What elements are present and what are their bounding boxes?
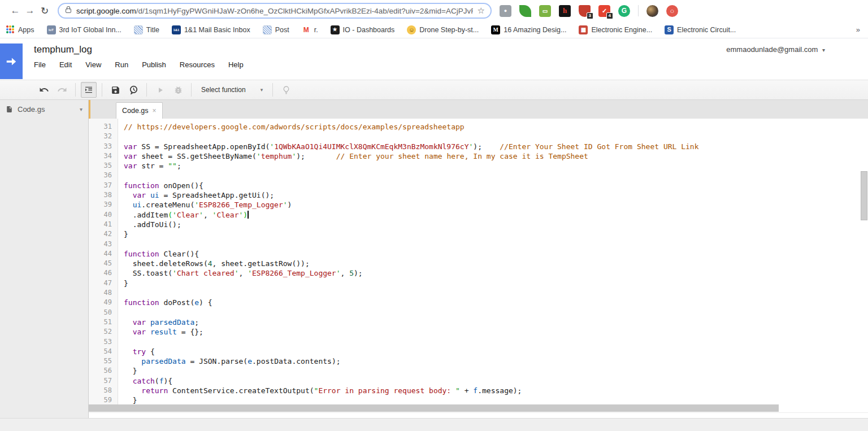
- bookmark-item[interactable]: Mr.: [302, 25, 318, 34]
- code-line: SS.toast('Chart cleared', 'ESP8266_Temp_…: [124, 268, 868, 278]
- run-button[interactable]: [152, 82, 168, 98]
- vertical-scrollbar[interactable]: [861, 171, 867, 220]
- bookmark-label: Electronic Engine...: [591, 26, 652, 34]
- select-function-dropdown[interactable]: Select function ▾: [201, 86, 263, 94]
- reload-icon[interactable]: ↻: [37, 5, 52, 17]
- line-number: 40: [89, 210, 112, 220]
- bookmark-item[interactable]: ▦Electronic Engine...: [579, 25, 652, 34]
- bookmark-item[interactable]: SElectronic Circuit...: [665, 25, 736, 34]
- menu-view[interactable]: View: [85, 60, 101, 69]
- code-line: .addItem('Clear', 'Clear'): [124, 210, 868, 220]
- menu-publish[interactable]: Publish: [142, 60, 166, 69]
- bookmarks-bar: AppsIoT3rd IoT Global Inn...Title1&11&1 …: [0, 21, 868, 38]
- bookmark-label: Apps: [18, 26, 34, 34]
- account-dropdown-icon: ▾: [822, 47, 825, 53]
- bookmark-star-icon[interactable]: ☆: [478, 6, 485, 16]
- screenshot-extension-icon[interactable]: ●: [500, 5, 511, 17]
- select-function-label: Select function: [201, 86, 246, 94]
- menu-file[interactable]: File: [34, 60, 46, 69]
- back-icon[interactable]: ←: [8, 5, 23, 16]
- code-line: try {: [124, 347, 868, 356]
- electronic-circuits-favicon: S: [665, 25, 674, 34]
- file-dropdown-icon[interactable]: ▾: [80, 106, 83, 112]
- line-number: 34: [89, 151, 112, 161]
- lock-icon: [66, 8, 71, 13]
- bookmark-label: IO - Dashboards: [343, 26, 395, 34]
- iot-favicon: IoT: [47, 25, 56, 34]
- line-number: 42: [89, 229, 112, 239]
- menu-help[interactable]: Help: [228, 60, 244, 69]
- hints-lightbulb-button[interactable]: [278, 82, 294, 98]
- bookmark-item[interactable]: Post: [263, 25, 289, 34]
- horizontal-scrollbar[interactable]: [89, 404, 779, 412]
- bookmark-item[interactable]: IoT3rd IoT Global Inn...: [47, 25, 121, 34]
- print-extension-icon[interactable]: ▭: [539, 5, 551, 17]
- code-line: sheet.deleteRows(4, sheet.getLastRow());: [124, 259, 868, 268]
- bookmark-item[interactable]: 1&11&1 Mail Basic Inbox: [172, 25, 250, 34]
- h-extension-icon[interactable]: h: [559, 5, 571, 17]
- bookmark-item[interactable]: M16 Amazing Desig...: [491, 25, 566, 34]
- url-bar[interactable]: script.google.com/d/1sqm1HyFgyPWGniHJaW-…: [58, 3, 492, 19]
- toolbar-separator: [191, 83, 192, 97]
- panel-resize-handle[interactable]: [89, 100, 90, 119]
- line-number: 53: [89, 337, 112, 347]
- debug-button[interactable]: [170, 82, 186, 98]
- reader-extension-icon[interactable]: ○: [666, 5, 678, 17]
- code-line: function onOpen(){: [124, 181, 868, 190]
- toolbar-separator: [102, 83, 102, 97]
- line-number: 54: [89, 347, 112, 356]
- code-line: var ui = SpreadsheetApp.getUi();: [124, 190, 868, 200]
- bookmarks-overflow-icon[interactable]: »: [856, 25, 863, 34]
- bookmark-item[interactable]: ★IO - Dashboards: [331, 25, 395, 34]
- line-number: 45: [89, 259, 112, 268]
- menu-edit[interactable]: Edit: [59, 60, 72, 69]
- grammarly-extension-icon[interactable]: G: [618, 5, 630, 17]
- account-menu[interactable]: emmaodunlade@gmail.com ▾: [726, 45, 825, 54]
- code-line: ui.createMenu('ESP8266_Temp_Logger'): [124, 200, 868, 210]
- bookmark-item[interactable]: ☺Drone Step-by-st...: [407, 25, 479, 34]
- redo-button[interactable]: [54, 82, 70, 98]
- bookmark-item[interactable]: Title: [134, 25, 159, 34]
- url-path: /d/1sqm1HyFgyPWGniHJaW-zOn6he_OzClktHCki…: [136, 7, 473, 15]
- undo-button[interactable]: [36, 82, 52, 98]
- line-number: 55: [89, 356, 112, 366]
- tab-codegs[interactable]: Code.gs ×: [116, 102, 163, 119]
- execution-transcript-button[interactable]: [125, 82, 141, 98]
- 1and1-favicon: 1&1: [172, 25, 181, 34]
- code-line: // https://developers.google.com/adwords…: [124, 122, 868, 132]
- line-number: 47: [89, 278, 112, 288]
- menu-run[interactable]: Run: [115, 60, 128, 69]
- bookmark-item[interactable]: Apps: [6, 25, 34, 34]
- medium-favicon: M: [491, 25, 500, 34]
- save-button[interactable]: [107, 82, 123, 98]
- editor-pane: Code.gs × 313233343536373839404142434445…: [89, 100, 868, 418]
- extensions-area: ●▭h3✓4G○: [500, 5, 678, 17]
- editor-bottom-gap: [89, 412, 868, 418]
- tab-close-icon[interactable]: ×: [153, 107, 157, 115]
- adguard-shield-extension-icon[interactable]: 3: [579, 5, 591, 17]
- code-line: var sheet = SS.getSheetByName('temphum')…: [124, 151, 868, 161]
- indentation-button[interactable]: [81, 82, 97, 98]
- line-number: 51: [89, 317, 112, 327]
- menu-resources[interactable]: Resources: [180, 60, 215, 69]
- browser-nav-row: ← → ↻ script.google.com/d/1sqm1HyFgyPWGn…: [0, 0, 868, 21]
- drone-favicon: ☺: [407, 25, 416, 34]
- bookmark-label: 3rd IoT Global Inn...: [59, 26, 121, 34]
- horizontal-scrollbar-track: [89, 404, 868, 412]
- line-number: 37: [89, 181, 112, 190]
- code-line: }: [124, 229, 868, 239]
- code-editor[interactable]: 3132333435363738394041424344454647484950…: [89, 119, 868, 404]
- forward-icon[interactable]: →: [23, 5, 37, 16]
- file-item-codegs[interactable]: Code.gs ▾: [0, 100, 88, 118]
- todoist-extension-icon[interactable]: ✓4: [598, 5, 610, 17]
- url-domain: script.google.com: [76, 7, 136, 15]
- code-line: .addToUi();: [124, 220, 868, 229]
- code-line: var parsedData;: [124, 317, 868, 327]
- profile-avatar[interactable]: [646, 5, 658, 17]
- code-line: }: [124, 278, 868, 288]
- code-line: return ContentService.createTextOutput("…: [124, 386, 868, 395]
- evernote-leaf-extension-icon[interactable]: [519, 5, 531, 17]
- line-number: 59: [89, 395, 112, 404]
- code-content[interactable]: // https://developers.google.com/adwords…: [118, 119, 868, 404]
- line-number: 57: [89, 376, 112, 386]
